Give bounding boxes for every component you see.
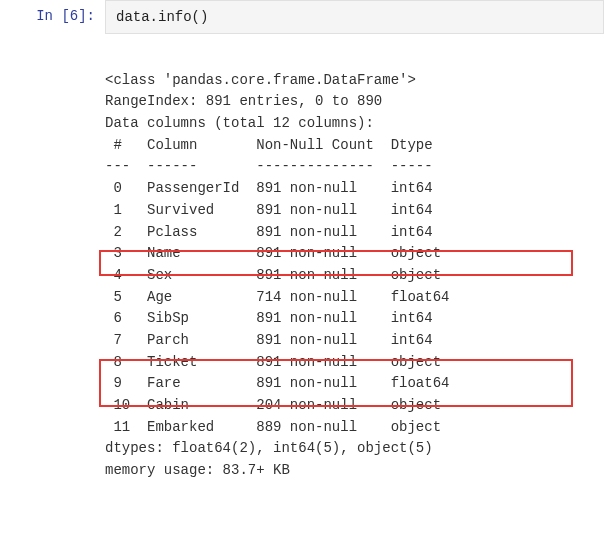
info-row: 5 Age 714 non-null float64	[105, 289, 449, 305]
info-class-line: <class 'pandas.core.frame.DataFrame'>	[105, 72, 416, 88]
info-row: 6 SibSp 891 non-null int64	[105, 310, 449, 326]
info-row: 4 Sex 891 non-null object	[105, 267, 449, 283]
info-row: 8 Ticket 891 non-null object	[105, 354, 449, 370]
info-row: 2 Pclass 891 non-null int64	[105, 224, 449, 240]
info-row: 10 Cabin 204 non-null object	[105, 397, 449, 413]
info-row: 3 Name 891 non-null object	[105, 245, 449, 261]
info-row: 0 PassengerId 891 non-null int64	[105, 180, 449, 196]
info-memory-usage: memory usage: 83.7+ KB	[105, 462, 290, 478]
info-row: 1 Survived 891 non-null int64	[105, 202, 449, 218]
info-data-columns: Data columns (total 12 columns):	[105, 115, 374, 131]
code-input[interactable]: data.info()	[105, 0, 604, 34]
output-prompt-spacer	[0, 34, 105, 542]
input-prompt: In [6]:	[0, 0, 105, 34]
output-cell: <class 'pandas.core.frame.DataFrame'> Ra…	[0, 34, 604, 542]
info-dtypes-summary: dtypes: float64(2), int64(5), object(5)	[105, 440, 433, 456]
input-cell: In [6]: data.info()	[0, 0, 604, 34]
info-divider: --- ------ -------------- -----	[105, 158, 449, 174]
info-row: 9 Fare 891 non-null float64	[105, 375, 449, 391]
info-range-index: RangeIndex: 891 entries, 0 to 890	[105, 93, 382, 109]
output-text: <class 'pandas.core.frame.DataFrame'> Ra…	[105, 34, 604, 542]
info-row: 7 Parch 891 non-null int64	[105, 332, 449, 348]
info-header: # Column Non-Null Count Dtype	[105, 137, 449, 153]
info-row: 11 Embarked 889 non-null object	[105, 419, 449, 435]
